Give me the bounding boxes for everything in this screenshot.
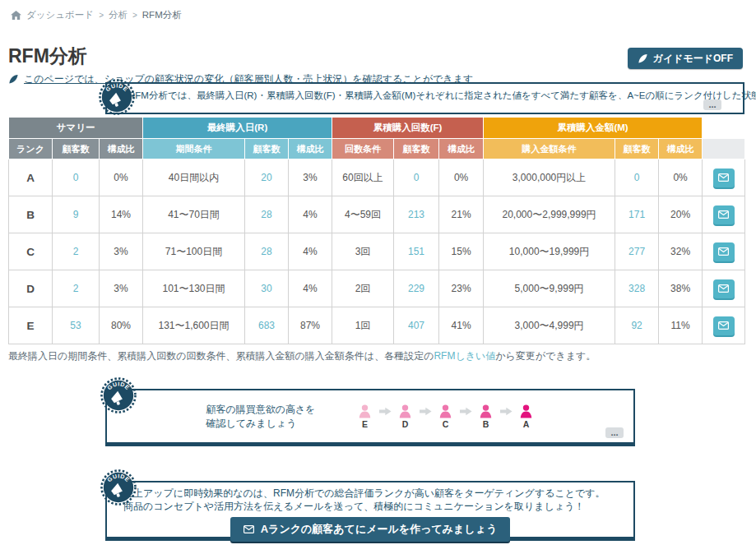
breadcrumb-separator: > — [99, 11, 104, 20]
send-mail-button[interactable] — [713, 316, 735, 335]
customer-count-link[interactable]: 0 — [414, 172, 420, 183]
create-mail-button-label: Aランクの顧客あてにメールを作ってみましょう — [261, 522, 498, 537]
home-icon[interactable] — [11, 11, 21, 20]
customer-count-link[interactable]: 2 — [73, 283, 79, 294]
rank-flow: E D C B A — [357, 404, 535, 429]
mail-cell — [703, 270, 745, 307]
summary-ratio-cell: 0% — [100, 159, 143, 196]
table-group-monetary: 累積購入金額(M) — [484, 118, 703, 139]
rank-cell: B — [9, 196, 53, 233]
rank-step-e: E — [357, 404, 373, 429]
customer-count-link[interactable]: 229 — [408, 283, 424, 294]
monetary-condition-cell: 10,000〜19,999円 — [484, 233, 615, 270]
frequency-count-cell: 229 — [394, 270, 439, 307]
summary-ratio-cell: 3% — [100, 270, 143, 307]
guide-action-line1: 売上アップに即時効果的なのは、RFM分析での総合評価ランクが高い顧客をターゲティ… — [123, 487, 633, 500]
column-header-recency-condition: 期間条件 — [143, 139, 245, 159]
guide-action-box: 売上アップに即時効果的なのは、RFM分析での総合評価ランクが高い顧客をターゲティ… — [105, 481, 635, 541]
send-mail-button[interactable] — [713, 205, 735, 224]
envelope-icon — [718, 321, 729, 330]
guide-flow-line2: 確認してみましょう — [206, 417, 315, 431]
customer-count-link[interactable]: 683 — [258, 320, 275, 331]
recency-ratio-cell: 4% — [289, 270, 332, 307]
monetary-condition-cell: 3,000〜4,999円 — [484, 307, 615, 344]
customer-count-link[interactable]: 407 — [408, 320, 424, 331]
guide-mode-off-button[interactable]: ガイドモードOFF — [628, 48, 743, 69]
rfm-analysis-page: ダッシュボード > 分析 > RFM分析 RFM分析 ガイドモードOFF このペ… — [0, 0, 756, 554]
frequency-ratio-cell: 21% — [439, 196, 484, 233]
rank-step-a: A — [518, 404, 535, 429]
frequency-ratio-cell: 15% — [439, 233, 484, 270]
rank-cell: D — [9, 270, 53, 307]
rank-step-b: B — [478, 404, 494, 429]
guide-badge megaphone-icon — [100, 469, 137, 506]
monetary-count-cell: 92 — [615, 307, 659, 344]
rfm-table: サマリー 最終購入日(R) 累積購入回数(F) 累積購入金額(M) ランク 顧客… — [8, 117, 745, 344]
monetary-ratio-cell: 20% — [659, 196, 703, 233]
table-row: B 9 14% 41〜70日間 28 4% 4〜59回 213 21% 20,0… — [9, 196, 745, 233]
recency-condition-cell: 41〜70日間 — [143, 196, 245, 233]
customer-count-link[interactable]: 277 — [628, 246, 645, 257]
customer-count-link[interactable]: 171 — [628, 209, 645, 220]
mail-cell — [703, 159, 745, 196]
guide-action-line2: 商品のコンセプトや活用方法を伝えるメールを送って、積極的にコミュニケーションを取… — [123, 500, 633, 513]
summary-ratio-cell: 80% — [100, 307, 143, 344]
customer-count-link[interactable]: 151 — [408, 246, 424, 257]
customer-count-link[interactable]: 2 — [73, 246, 79, 257]
recency-ratio-cell: 3% — [289, 159, 332, 196]
envelope-icon — [718, 173, 729, 182]
envelope-icon — [718, 247, 729, 256]
recency-count-cell: 28 — [245, 233, 289, 270]
column-header-monetary-count: 顧客数 — [615, 139, 659, 159]
monetary-count-cell: 171 — [615, 196, 659, 233]
footnote-text: 最終購入日の期間条件、累積購入回数の回数条件、累積購入金額の購入金額条件は、各種… — [8, 350, 434, 362]
guide-flow-more-button[interactable]: ... — [605, 427, 624, 438]
rfm-threshold-link[interactable]: RFMしきい値 — [434, 350, 495, 362]
table-row: E 53 80% 131〜1,600日間 683 87% 1回 407 41% … — [9, 307, 745, 344]
recency-ratio-cell: 87% — [289, 307, 332, 344]
table-group-mail — [703, 118, 745, 139]
column-header-monetary-condition: 購入金額条件 — [484, 139, 615, 159]
customer-count-link[interactable]: 30 — [261, 283, 271, 294]
customer-count-link[interactable]: 53 — [70, 320, 81, 331]
frequency-condition-cell: 1回 — [332, 307, 394, 344]
mail-cell — [703, 233, 745, 270]
frequency-condition-cell: 60回以上 — [332, 159, 394, 196]
breadcrumb: ダッシュボード > 分析 > RFM分析 — [11, 9, 182, 21]
customer-count-link[interactable]: 20 — [261, 172, 271, 183]
breadcrumb-item-analysis[interactable]: 分析 — [109, 9, 128, 21]
create-mail-button[interactable]: Aランクの顧客あてにメールを作ってみましょう — [230, 517, 511, 542]
summary-count-cell: 53 — [53, 307, 100, 344]
send-mail-button[interactable] — [713, 169, 735, 187]
customer-count-link[interactable]: 28 — [261, 209, 271, 220]
customer-count-link[interactable]: 0 — [73, 172, 79, 183]
frequency-condition-cell: 2回 — [332, 270, 394, 307]
person-icon — [359, 404, 371, 418]
column-header-monetary-ratio: 構成比 — [659, 139, 703, 159]
frequency-count-cell: 151 — [394, 233, 439, 270]
table-row: D 2 3% 101〜130日間 30 4% 2回 229 23% 5,000〜… — [9, 270, 745, 307]
monetary-count-cell: 0 — [615, 159, 659, 196]
rank-step-label: C — [443, 419, 449, 429]
guide-flow-line1: 顧客の購買意欲の高さを — [206, 403, 315, 417]
send-mail-button[interactable] — [713, 279, 735, 298]
breadcrumb-item-dashboard[interactable]: ダッシュボード — [26, 9, 94, 21]
customer-count-link[interactable]: 92 — [631, 320, 642, 331]
customer-count-link[interactable]: 213 — [408, 209, 424, 220]
frequency-ratio-cell: 41% — [439, 307, 484, 344]
quill-icon — [8, 74, 19, 85]
monetary-ratio-cell: 0% — [659, 159, 703, 196]
arrow-right-icon — [420, 407, 432, 416]
recency-condition-cell: 71〜100日間 — [143, 233, 245, 270]
guide-tooltip-more-button[interactable]: ... — [703, 99, 721, 110]
arrow-right-icon — [379, 407, 392, 416]
customer-count-link[interactable]: 9 — [73, 209, 79, 220]
summary-count-cell: 9 — [53, 196, 100, 233]
customer-count-link[interactable]: 328 — [628, 283, 645, 294]
person-icon — [520, 404, 532, 418]
customer-count-link[interactable]: 28 — [261, 246, 271, 257]
customer-count-link[interactable]: 0 — [634, 172, 640, 183]
arrow-right-icon — [500, 407, 513, 416]
send-mail-button[interactable] — [713, 242, 735, 261]
guide-flow-text: 顧客の購買意欲の高さを 確認してみましょう — [206, 403, 315, 431]
